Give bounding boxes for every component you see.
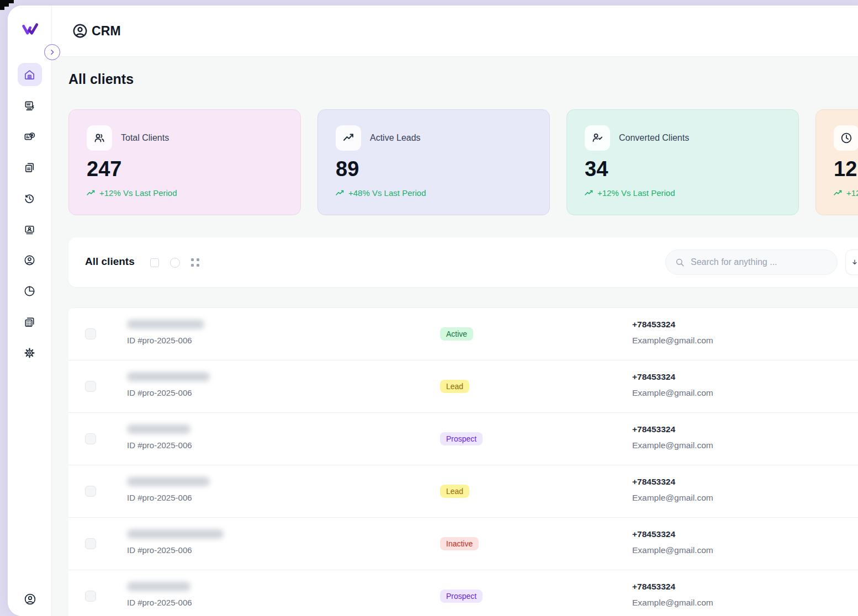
app-header: CRM (52, 6, 858, 57)
main-content: All clients Total Clients 247 +12% Vs La… (52, 57, 858, 616)
clients-table: ID #pro-2025-006 Active +78453324 Exampl… (68, 307, 858, 616)
w-check-logo-icon (20, 20, 39, 39)
clock-icon (840, 131, 853, 145)
stat-card-label: Active Leads (370, 133, 421, 143)
row-checkbox[interactable] (85, 486, 96, 497)
status-badge: Lead (440, 485, 469, 498)
stat-card-icon-box (585, 125, 610, 151)
corner-artifact (0, 0, 17, 17)
chevron-right-icon (49, 49, 56, 56)
search-input[interactable] (691, 257, 828, 267)
stat-card-delta: +12% Vs Last Period (87, 188, 177, 198)
row-checkbox[interactable] (85, 591, 96, 602)
client-id: ID #pro-2025-006 (127, 388, 192, 397)
stat-card-icon-box (336, 125, 361, 151)
stat-card: 12 +12% Vs Last Period (815, 109, 858, 215)
client-email: Example@gmail.com (632, 388, 713, 398)
stat-card-value: 89 (336, 157, 359, 181)
client-email: Example@gmail.com (632, 336, 713, 346)
client-name-redacted (127, 372, 210, 381)
status-badge: Prospect (440, 432, 483, 445)
client-name-redacted (127, 582, 190, 591)
crm-brand: CRM (72, 23, 121, 39)
settings-gear-icon (23, 347, 36, 359)
stat-card-value: 247 (87, 157, 121, 181)
sidebar-item-analytics[interactable] (18, 279, 42, 302)
clients-group-icon (93, 131, 106, 145)
page-title: All clients (68, 71, 134, 87)
grid-dots-icon[interactable] (191, 258, 200, 267)
client-phone: +78453324 (632, 477, 675, 487)
sidebar (8, 6, 52, 616)
stat-card-icon-box (834, 125, 858, 151)
app-window: CRM All clients Total Clients 247 +12% V… (8, 6, 858, 616)
pie-chart-icon (23, 285, 36, 298)
row-checkbox[interactable] (85, 538, 96, 549)
payments-icon (23, 130, 36, 143)
stat-card: Converted Clients 34 +12% Vs Last Period (566, 109, 799, 215)
stat-card-label: Total Clients (121, 133, 169, 143)
documents-icon (23, 161, 36, 174)
trend-up-icon (585, 190, 594, 197)
sidebar-collapse-button[interactable] (44, 44, 60, 60)
square-frame-icon[interactable] (150, 258, 159, 267)
actions-button[interactable] (845, 249, 858, 275)
status-badge: Active (440, 327, 473, 341)
user-circle-icon (72, 23, 88, 39)
client-email: Example@gmail.com (632, 440, 713, 450)
sidebar-item-billing-terminal[interactable] (18, 94, 42, 117)
sidebar-item-documents[interactable] (18, 156, 42, 179)
sidebar-item-payments[interactable] (18, 125, 42, 148)
toolbar-title: All clients (85, 256, 135, 268)
history-icon (23, 192, 36, 205)
client-id: ID #pro-2025-006 (127, 598, 192, 607)
status-badge: Inactive (440, 537, 479, 550)
clients-toolbar: All clients (68, 237, 858, 287)
stat-card: Total Clients 247 +12% Vs Last Period (68, 109, 301, 215)
stat-card: Active Leads 89 +48% Vs Last Period (317, 109, 550, 215)
calculator-icon (23, 316, 36, 328)
client-phone: +78453324 (632, 424, 675, 434)
chevron-down-icon (851, 259, 858, 265)
client-phone: +78453324 (632, 529, 675, 539)
client-id: ID #pro-2025-006 (127, 336, 192, 345)
sidebar-item-settings[interactable] (18, 341, 42, 364)
stat-card-value: 12 (834, 157, 857, 181)
table-row[interactable]: ID #pro-2025-006 Prospect +78453324 Exam… (68, 570, 858, 616)
sidebar-item-history[interactable] (18, 187, 42, 210)
sidebar-item-account[interactable] (8, 592, 52, 606)
circle-frame-icon[interactable] (170, 258, 180, 268)
trend-up-icon (834, 190, 843, 197)
client-id: ID #pro-2025-006 (127, 493, 192, 502)
stat-card-icon-box (87, 125, 112, 151)
stat-card-delta-text: +12% Vs Last Period (597, 188, 675, 198)
stat-card-value: 34 (585, 157, 608, 181)
row-checkbox[interactable] (85, 381, 96, 392)
account-icon (23, 592, 37, 606)
client-phone: +78453324 (632, 372, 675, 382)
client-name-redacted (127, 477, 210, 486)
stat-card-delta: +48% Vs Last Period (336, 188, 426, 198)
sidebar-item-home[interactable] (18, 63, 42, 86)
sidebar-item-contact-card[interactable] (18, 217, 42, 241)
client-name-redacted (127, 320, 204, 329)
billing-terminal-icon (23, 99, 36, 112)
client-email: Example@gmail.com (632, 493, 713, 503)
table-row[interactable]: ID #pro-2025-006 Lead +78453324 Example@… (68, 465, 858, 518)
status-badge: Prospect (440, 590, 483, 603)
table-row[interactable]: ID #pro-2025-006 Active +78453324 Exampl… (68, 308, 858, 360)
table-row[interactable]: ID #pro-2025-006 Prospect +78453324 Exam… (68, 413, 858, 465)
row-checkbox[interactable] (85, 433, 96, 444)
table-row[interactable]: ID #pro-2025-006 Lead +78453324 Example@… (68, 360, 858, 413)
sidebar-item-calculator[interactable] (18, 310, 42, 333)
stat-card-delta: +12% Vs Last Period (585, 188, 675, 198)
client-email: Example@gmail.com (632, 598, 713, 608)
trending-up-icon (342, 131, 355, 145)
client-email: Example@gmail.com (632, 545, 713, 555)
table-row[interactable]: ID #pro-2025-006 Inactive +78453324 Exam… (68, 518, 858, 570)
row-checkbox[interactable] (85, 328, 96, 339)
sidebar-nav (18, 63, 42, 364)
contact-card-icon (23, 223, 36, 236)
sidebar-item-clients[interactable] (18, 248, 42, 272)
search-box (665, 249, 838, 275)
